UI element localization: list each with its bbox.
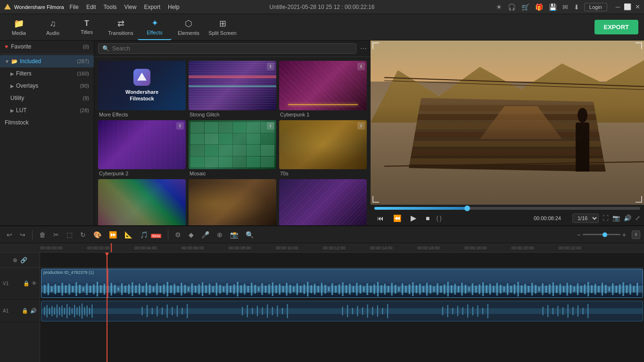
- panel-utility[interactable]: Utility (9): [0, 92, 94, 104]
- svg-rect-63: [255, 285, 256, 294]
- zoom-slider[interactable]: [583, 234, 620, 235]
- zoom-plus-icon[interactable]: +: [622, 231, 626, 239]
- volume-icon[interactable]: 🔊: [624, 214, 631, 222]
- lock-icon[interactable]: 🔒: [23, 280, 30, 287]
- close-button[interactable]: ✕: [635, 3, 640, 10]
- svg-rect-79: [311, 285, 312, 293]
- menu-tools[interactable]: Tools: [104, 4, 117, 10]
- menu-file[interactable]: File: [70, 4, 79, 10]
- bracket-start[interactable]: { }: [436, 215, 441, 222]
- search-box[interactable]: 🔍: [98, 43, 356, 54]
- search-input[interactable]: [112, 45, 352, 52]
- svg-rect-69: [275, 285, 277, 293]
- panel-filmstock[interactable]: Filmstock: [0, 116, 94, 129]
- svg-rect-184: [69, 307, 70, 315]
- effect-cyberpunk-1[interactable]: ⬇ Cyberpunk 1: [279, 61, 367, 117]
- svg-rect-81: [317, 286, 319, 292]
- panel-lut[interactable]: ▶ LUT (28): [0, 104, 94, 116]
- mix-button[interactable]: ⊕: [214, 230, 225, 240]
- save-icon[interactable]: 💾: [549, 3, 557, 11]
- svg-rect-227: [457, 306, 458, 316]
- rewind-button[interactable]: ⏪: [390, 214, 404, 223]
- export-button[interactable]: EXPORT: [594, 20, 638, 34]
- effect-70s[interactable]: ⬇ 70s: [279, 120, 367, 177]
- eye-icon[interactable]: 👁: [32, 280, 37, 287]
- maximize-button[interactable]: ⬜: [624, 3, 631, 10]
- audio-lock-icon[interactable]: 🔒: [22, 308, 28, 314]
- ruler-mark-10: 00:00:20:00: [512, 246, 534, 250]
- resolution-select[interactable]: 1/16 1/8 1/4 Full: [572, 214, 599, 223]
- audio-button[interactable]: 🎵 Beta: [137, 230, 164, 240]
- transform-button[interactable]: ↻: [77, 230, 89, 240]
- toolbar-audio[interactable]: ♫ Audio: [36, 15, 70, 40]
- panel-overlays[interactable]: ▶ Overlays (90): [0, 80, 94, 92]
- svg-rect-136: [511, 286, 512, 293]
- menu-export[interactable]: Export: [144, 4, 160, 10]
- snap-icon[interactable]: ⊕: [13, 257, 17, 263]
- undo-button[interactable]: ↩: [4, 230, 15, 240]
- mute-icon[interactable]: 🔊: [30, 308, 37, 314]
- headphone-icon[interactable]: 🎧: [508, 3, 516, 11]
- color-button[interactable]: 🎨: [91, 230, 104, 240]
- effect-cyberpunk-2[interactable]: ⬇ Cyberpunk 2: [98, 120, 186, 177]
- toolbar-split-screen[interactable]: ⊞ Split Screen: [206, 15, 239, 40]
- svg-rect-110: [419, 284, 421, 295]
- effect-7[interactable]: [98, 179, 186, 225]
- toolbar-media[interactable]: 📁 Media: [2, 15, 36, 40]
- link-icon[interactable]: 🔗: [20, 257, 27, 263]
- expand-icon[interactable]: ⤢: [635, 214, 640, 222]
- panel-filters[interactable]: ▶ Filters (160): [0, 67, 94, 80]
- toolbar-transitions[interactable]: ⇄ Transitions: [104, 15, 138, 40]
- login-button[interactable]: Login: [584, 3, 607, 11]
- stop-button[interactable]: ■: [423, 214, 432, 223]
- fullscreen-icon[interactable]: ⛶: [603, 214, 609, 222]
- zoom-minus-icon[interactable]: −: [577, 231, 581, 239]
- screenshot-icon[interactable]: 📷: [612, 214, 620, 222]
- step-back-button[interactable]: ⏮: [374, 214, 387, 223]
- pause-all-button[interactable]: ⏸: [632, 230, 640, 239]
- effect-8[interactable]: [189, 179, 276, 225]
- effect-mosaic[interactable]: ⬇ Mosaic: [189, 120, 276, 177]
- menu-help[interactable]: Help: [168, 4, 180, 10]
- grid-view-icon[interactable]: ⋯: [360, 45, 367, 52]
- zoom-out-button[interactable]: 🔍: [243, 230, 256, 240]
- effect-9[interactable]: [279, 179, 367, 225]
- toolbar-titles[interactable]: T Titles: [70, 15, 104, 40]
- play-button[interactable]: ▶: [408, 213, 419, 223]
- panel-favorite[interactable]: ♥ Favorite (0): [0, 41, 94, 53]
- gift-icon[interactable]: 🎁: [535, 3, 543, 11]
- filmstock-label: Filmstock: [5, 119, 89, 126]
- crop-button[interactable]: ⬚: [64, 230, 75, 240]
- mic-button[interactable]: 🎤: [198, 230, 212, 240]
- preview-progress-bar[interactable]: [374, 207, 640, 210]
- effect-more-effects[interactable]: WondershareFilmstock More Effects: [98, 61, 186, 117]
- svg-rect-174: [44, 307, 45, 315]
- playhead[interactable]: [107, 253, 107, 362]
- minimize-button[interactable]: ─: [616, 3, 620, 10]
- effect-strong-glitch[interactable]: ⬇ Strong Glitch: [189, 61, 276, 117]
- menu-view[interactable]: View: [124, 4, 137, 10]
- svg-rect-182: [64, 308, 65, 314]
- speed-button[interactable]: ⏩: [106, 230, 120, 240]
- keyframe-button[interactable]: ◆: [186, 230, 197, 240]
- download-icon[interactable]: ⬇: [574, 3, 579, 11]
- svg-rect-33: [149, 285, 150, 294]
- settings-button[interactable]: ⚙: [172, 230, 184, 240]
- delete-button[interactable]: 🗑: [36, 230, 49, 240]
- svg-rect-232: [482, 308, 483, 314]
- cut-button[interactable]: ✂: [50, 230, 62, 240]
- brightness-icon[interactable]: ☀: [496, 3, 502, 11]
- audio-icon: ♫: [50, 19, 56, 29]
- redo-button[interactable]: ↪: [17, 230, 28, 240]
- menu-edit[interactable]: Edit: [86, 4, 96, 10]
- toolbar-elements[interactable]: ⬡ Elements: [172, 15, 206, 40]
- toolbar-effects[interactable]: ✦ Effects: [138, 15, 172, 40]
- media-icon: 📁: [14, 18, 24, 29]
- video-clip[interactable]: production ID_4782379 (1): [41, 269, 643, 298]
- svg-rect-10: [68, 284, 70, 295]
- snapshot-button[interactable]: 📸: [227, 230, 241, 240]
- cart-icon[interactable]: 🛒: [521, 3, 529, 11]
- mail-icon[interactable]: ✉: [562, 3, 568, 11]
- panel-included[interactable]: ▼ 📂 Included (287): [0, 55, 94, 67]
- stabilize-button[interactable]: 📐: [122, 230, 135, 240]
